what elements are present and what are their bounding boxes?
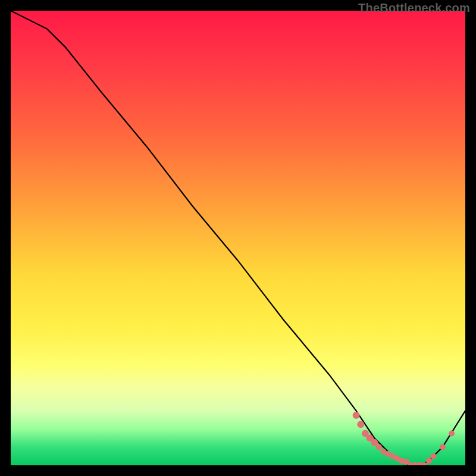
chart-frame: TheBottleneck.com bbox=[0, 0, 476, 476]
curve-marker bbox=[449, 431, 455, 437]
curve-marker bbox=[353, 412, 360, 419]
curve-marker bbox=[431, 453, 437, 459]
bottleneck-curve bbox=[11, 11, 465, 465]
chart-svg bbox=[11, 11, 465, 465]
chart-plot-area bbox=[11, 11, 465, 465]
curve-marker bbox=[421, 462, 427, 465]
curve-marker bbox=[440, 444, 446, 450]
curve-layer bbox=[11, 11, 465, 465]
curve-marker bbox=[357, 421, 364, 428]
curve-marker bbox=[376, 444, 382, 450]
marker-layer bbox=[353, 412, 455, 465]
watermark-text: TheBottleneck.com bbox=[358, 1, 470, 15]
curve-marker bbox=[426, 458, 432, 464]
